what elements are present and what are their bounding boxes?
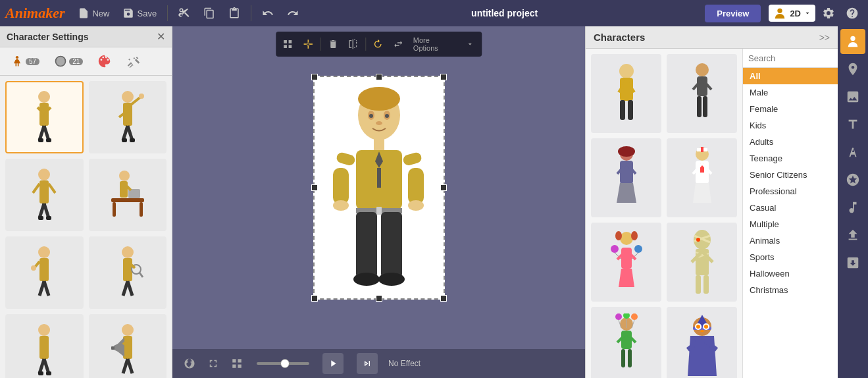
filter-item-male[interactable]: Male bbox=[743, 84, 838, 101]
copy-button[interactable] bbox=[198, 5, 220, 22]
char-card-2[interactable] bbox=[667, 54, 737, 133]
transition-icon-btn[interactable] bbox=[840, 250, 865, 275]
star-icon-btn[interactable] bbox=[840, 167, 865, 192]
svg-point-2 bbox=[56, 57, 66, 67]
panel-close-button[interactable]: ✕ bbox=[157, 30, 165, 43]
filter-list: AllMaleFemaleKidsAdultsTeenageSenior Cit… bbox=[743, 68, 838, 378]
resize-handle-ml[interactable] bbox=[311, 184, 318, 191]
resize-handle-mr[interactable] bbox=[440, 184, 447, 191]
preview-button[interactable]: Preview bbox=[705, 5, 761, 22]
svg-line-26 bbox=[33, 184, 39, 193]
delete-icon[interactable] bbox=[323, 34, 342, 54]
characters-title: Characters bbox=[594, 32, 645, 43]
character-grid bbox=[0, 76, 172, 378]
tab-magic[interactable] bbox=[121, 51, 146, 71]
grid-icon[interactable] bbox=[278, 34, 297, 54]
svg-rect-77 bbox=[335, 151, 355, 167]
character-icon-btn[interactable] bbox=[840, 29, 865, 54]
filter-item-female[interactable]: Female bbox=[743, 101, 838, 117]
music-icon-btn[interactable] bbox=[840, 195, 865, 220]
resize-handle-bl[interactable] bbox=[311, 295, 318, 302]
svg-point-3 bbox=[38, 91, 50, 103]
expand-icon[interactable]: >> bbox=[819, 32, 830, 43]
char-thumbnail-3[interactable] bbox=[5, 159, 84, 231]
resize-handle-tl[interactable] bbox=[311, 74, 318, 80]
image-icon-btn[interactable] bbox=[840, 84, 865, 109]
tab-poses[interactable]: 57 bbox=[5, 52, 45, 70]
filter-item-all[interactable]: All bbox=[743, 68, 838, 84]
char-thumbnail-1[interactable] bbox=[5, 81, 84, 153]
paste-button[interactable] bbox=[223, 5, 245, 22]
char-thumbnail-7[interactable] bbox=[5, 314, 84, 378]
settings-button[interactable] bbox=[818, 3, 839, 24]
resize-handle-tr[interactable] bbox=[440, 74, 447, 80]
cut-button[interactable] bbox=[173, 5, 195, 22]
char-card-4[interactable] bbox=[667, 138, 737, 217]
filter-item-kids[interactable]: Kids bbox=[743, 117, 838, 134]
crosshair-button[interactable] bbox=[180, 354, 199, 373]
undo-button[interactable] bbox=[257, 5, 279, 22]
svg-point-154 bbox=[696, 325, 700, 329]
char-card-7[interactable] bbox=[591, 307, 661, 378]
filter-item-animals[interactable]: Animals bbox=[743, 232, 838, 249]
svg-rect-94 bbox=[628, 100, 633, 120]
char-card-1[interactable] bbox=[591, 54, 661, 133]
tab-scenes[interactable]: 21 bbox=[49, 52, 88, 70]
canvas-frame[interactable] bbox=[313, 76, 445, 300]
filter-item-christmas[interactable]: Christmas bbox=[743, 282, 838, 298]
location-icon-btn[interactable] bbox=[840, 57, 865, 82]
filter-item-casual[interactable]: Casual bbox=[743, 200, 838, 216]
char-card-5[interactable] bbox=[591, 223, 661, 302]
char-thumbnail-5[interactable] bbox=[5, 236, 84, 309]
filter-item-teenage[interactable]: Teenage bbox=[743, 150, 838, 167]
resize-handle-bm[interactable] bbox=[376, 295, 382, 302]
resize-handle-br[interactable] bbox=[440, 295, 447, 302]
search-input[interactable] bbox=[748, 53, 838, 63]
svg-rect-10 bbox=[46, 138, 51, 142]
upload-icon-btn[interactable] bbox=[840, 223, 865, 248]
svg-point-1 bbox=[16, 56, 18, 59]
char-card-6[interactable] bbox=[667, 223, 737, 302]
svg-rect-73 bbox=[374, 138, 384, 151]
filter-item-senior[interactable]: Senior Citizens bbox=[743, 167, 838, 183]
new-button[interactable]: New bbox=[72, 5, 115, 22]
save-button[interactable]: Save bbox=[117, 5, 162, 22]
filter-item-multiple[interactable]: Multiple bbox=[743, 216, 838, 232]
resize-handle-tm[interactable] bbox=[376, 74, 382, 80]
tab-colors[interactable] bbox=[92, 51, 117, 71]
char-card-3[interactable] bbox=[591, 138, 661, 217]
zoom-thumb[interactable] bbox=[280, 359, 290, 368]
filter-item-adults[interactable]: Adults bbox=[743, 134, 838, 150]
text-icon-btn[interactable] bbox=[840, 112, 865, 137]
char-thumbnail-2[interactable] bbox=[89, 81, 167, 153]
svg-point-116 bbox=[615, 231, 622, 240]
char-thumbnail-8[interactable] bbox=[89, 314, 167, 378]
grid-view-button[interactable] bbox=[228, 354, 246, 373]
svg-point-117 bbox=[631, 231, 638, 240]
char-thumbnail-4[interactable] bbox=[89, 159, 167, 231]
help-button[interactable] bbox=[842, 3, 863, 24]
expand-button[interactable] bbox=[204, 354, 222, 373]
zoom-slider[interactable] bbox=[257, 362, 309, 365]
svg-point-48 bbox=[38, 324, 50, 336]
skip-button[interactable] bbox=[357, 353, 378, 374]
mode-selector[interactable]: 2D bbox=[769, 5, 815, 22]
filter-item-halloween[interactable]: Halloween bbox=[743, 265, 838, 282]
play-button[interactable] bbox=[322, 353, 344, 374]
flip-icon[interactable] bbox=[344, 34, 363, 54]
char-thumbnail-6[interactable] bbox=[89, 236, 167, 309]
swap-icon[interactable] bbox=[389, 34, 408, 54]
app-logo: Animaker bbox=[5, 5, 64, 22]
filter-item-sports[interactable]: Sports bbox=[743, 249, 838, 265]
move-icon[interactable] bbox=[299, 34, 318, 54]
char-card-8[interactable] bbox=[667, 307, 737, 378]
more-options-arrow[interactable] bbox=[460, 34, 479, 54]
redo-button[interactable] bbox=[282, 5, 304, 22]
svg-point-71 bbox=[385, 114, 389, 118]
toolbar: Animaker New Save untitled project Previ… bbox=[0, 0, 868, 26]
filter-item-professional[interactable]: Professional bbox=[743, 183, 838, 200]
icon-bar bbox=[838, 26, 868, 378]
font-icon-btn[interactable] bbox=[840, 140, 865, 165]
rotate-icon[interactable] bbox=[369, 34, 388, 54]
svg-rect-76 bbox=[377, 168, 381, 188]
